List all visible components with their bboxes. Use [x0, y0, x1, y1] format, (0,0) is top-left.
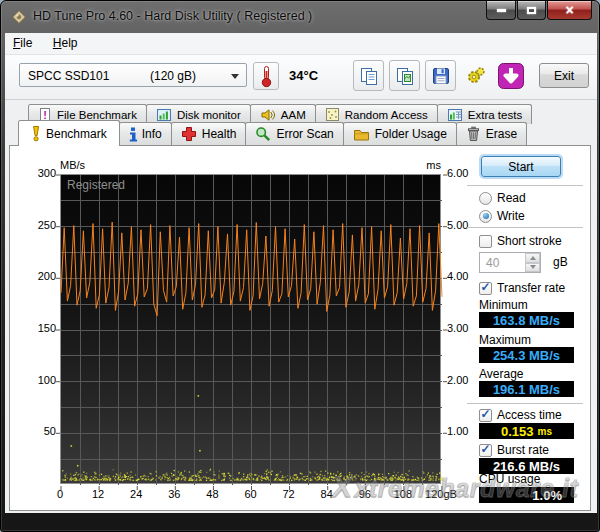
- transfer-rate-checkbox[interactable]: Transfer rate: [479, 281, 565, 295]
- tab-benchmark[interactable]: Benchmark: [18, 120, 120, 146]
- checkbox-checked-icon: [479, 444, 492, 457]
- maximize-button[interactable]: [517, 1, 546, 20]
- toolbar: SPCC SSD101 (120 gB) 34°C: [5, 55, 597, 100]
- tab-folder-usage[interactable]: Folder Usage: [343, 122, 457, 145]
- x-axis-ticks: 01224364860728496108120gB: [60, 488, 441, 502]
- window-title: HD Tune Pro 4.60 - Hard Disk Utility ( R…: [33, 1, 312, 33]
- tab-disk-monitor[interactable]: Disk monitor: [146, 104, 251, 124]
- download-arrow-icon: [497, 62, 525, 90]
- menu-file[interactable]: File: [5, 33, 40, 50]
- client-area: File Help SPCC SSD101 (120 gB) 34°C: [5, 33, 597, 513]
- benchmark-page: MB/s ms Registered 30025020015010050 6.0…: [9, 145, 591, 511]
- right-axis-unit: ms: [401, 159, 441, 171]
- maximum-value: 254.3 MB/s: [479, 347, 574, 363]
- chart-table-icon: [447, 107, 463, 123]
- trash-icon: [466, 126, 481, 142]
- tab-info[interactable]: Info: [119, 122, 172, 145]
- left-axis-ticks: 30025020015010050: [22, 174, 56, 484]
- temperature-button[interactable]: [253, 62, 279, 90]
- menu-help[interactable]: Help: [45, 33, 86, 50]
- titlebar[interactable]: HD Tune Pro 4.60 - Hard Disk Utility ( R…: [1, 1, 599, 33]
- access-time-value: 0.153ms: [479, 423, 574, 439]
- bar-chart-icon: [156, 107, 172, 123]
- tab-erase[interactable]: Erase: [456, 122, 527, 145]
- burst-rate-checkbox[interactable]: Burst rate: [479, 443, 549, 457]
- options-button[interactable]: [460, 60, 491, 91]
- spinner-down-button[interactable]: [525, 263, 540, 273]
- maximum-label: Maximum: [479, 333, 531, 347]
- red-cross-icon: [181, 126, 197, 142]
- radio-icon: [479, 192, 492, 205]
- options-icon: [465, 65, 487, 87]
- hd-tune-app-icon: [11, 9, 27, 25]
- minimum-label: Minimum: [479, 298, 528, 312]
- close-icon: ×: [565, 3, 573, 17]
- close-button[interactable]: ×: [547, 1, 592, 20]
- benchmark-plot-canvas: [61, 175, 442, 485]
- tab-aam[interactable]: AAM: [250, 104, 316, 124]
- short-stroke-spinner[interactable]: 40: [479, 252, 541, 273]
- write-radio[interactable]: Write: [479, 209, 525, 223]
- device-capacity: (120 gB): [150, 69, 196, 83]
- device-name: SPCC SSD101: [28, 69, 109, 83]
- download-button[interactable]: [495, 60, 526, 91]
- exclaim-icon: [31, 125, 41, 142]
- checkbox-checked-icon: [479, 409, 492, 422]
- registered-watermark: Registered: [67, 178, 125, 192]
- magnifier-icon: [255, 126, 271, 142]
- exit-label: Exit: [554, 69, 574, 83]
- short-stroke-checkbox[interactable]: Short stroke: [479, 234, 562, 248]
- spinner-value: 40: [486, 256, 499, 270]
- tab-random-access[interactable]: Random Access: [315, 104, 438, 124]
- scatter-icon: [325, 107, 340, 122]
- arrow-up-icon: [530, 256, 536, 260]
- start-button[interactable]: Start: [481, 156, 561, 177]
- tab-extra-tests[interactable]: Extra tests: [437, 104, 532, 124]
- minimize-button[interactable]: [486, 1, 516, 20]
- divider: [467, 227, 583, 228]
- tab-error-scan[interactable]: Error Scan: [245, 122, 343, 145]
- copy-image-button[interactable]: [389, 60, 420, 91]
- arrow-down-icon: [530, 265, 536, 269]
- hd-tune-window: HD Tune Pro 4.60 - Hard Disk Utility ( R…: [0, 0, 600, 532]
- minimize-icon: [497, 9, 506, 12]
- info-icon: [129, 127, 137, 142]
- average-value: 196.1 MB/s: [479, 381, 574, 397]
- divider: [467, 185, 583, 186]
- short-stroke-unit: gB: [553, 255, 568, 269]
- copy-image-icon: [395, 66, 415, 86]
- cpu-usage-label: CPU usage: [479, 472, 540, 486]
- cpu-usage-value: 1.0%: [479, 487, 574, 503]
- copy-button[interactable]: [353, 60, 384, 91]
- thermometer-icon: [260, 65, 273, 88]
- chevron-down-icon: [231, 74, 239, 79]
- save-button[interactable]: [425, 60, 456, 91]
- spinner-up-button[interactable]: [525, 253, 540, 263]
- copy-icon: [359, 66, 379, 86]
- read-radio[interactable]: Read: [479, 191, 526, 205]
- tab-health[interactable]: Health: [171, 122, 247, 145]
- divider: [467, 403, 583, 404]
- tab-row-primary: Benchmark Info Health Error Scan Folder …: [19, 122, 527, 146]
- access-time-checkbox[interactable]: Access time: [479, 408, 562, 422]
- speaker-icon: [260, 107, 276, 123]
- folder-icon: [353, 127, 370, 142]
- save-icon: [431, 66, 451, 86]
- device-select[interactable]: SPCC SSD101 (120 gB): [19, 63, 247, 87]
- maximize-icon: [527, 7, 536, 14]
- temperature-value: 34°C: [289, 68, 318, 83]
- checkbox-icon: [479, 235, 492, 248]
- menubar: File Help: [5, 33, 597, 55]
- checkbox-checked-icon: [479, 282, 492, 295]
- average-label: Average: [479, 367, 523, 381]
- left-axis-unit: MB/s: [60, 159, 85, 171]
- exit-button[interactable]: Exit: [539, 63, 589, 88]
- radio-selected-icon: [479, 210, 492, 223]
- minimum-value: 163.8 MB/s: [479, 312, 574, 328]
- benchmark-plot: [60, 174, 441, 484]
- svg-text:!: !: [43, 109, 47, 121]
